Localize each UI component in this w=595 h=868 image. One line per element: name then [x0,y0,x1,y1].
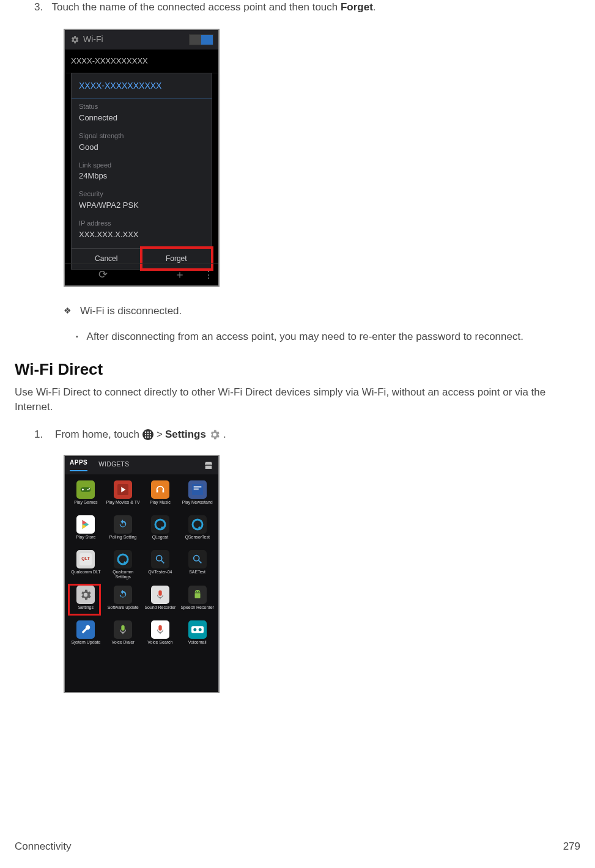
step-1-text-a: From home, touch [55,427,139,443]
overflow-menu-icon[interactable]: ⋮ [204,264,213,286]
wifi-field-ip: IP address XXX.XXX.X.XXX [72,215,212,245]
step-3-text-a: Touch the name of the connected access p… [51,1,341,13]
app-drawer-screenshot: APPS WIDGETS Play GamesPlay Movies & TVP… [64,455,220,693]
app-icon [76,586,95,604]
app-voice-search[interactable]: Voice Search [143,619,178,652]
play-store-shop-icon[interactable] [204,461,213,469]
svg-rect-15 [193,486,201,487]
app-icon [151,620,169,639]
app-label: System Update [71,640,100,645]
app-play-games[interactable]: Play Games [68,479,103,512]
app-icon [114,515,132,534]
square-bullet-icon: ▪ [76,329,78,345]
result-bullet: ❖ Wi-Fi is disconnected. [64,304,580,319]
app-voice-dialer[interactable]: Voice Dialer [106,619,141,652]
app-label: Voicemail [188,640,207,645]
svg-point-6 [145,436,146,438]
app-icon [188,515,207,534]
app-icon [188,480,207,499]
svg-point-30 [193,556,199,561]
app-saetest[interactable]: SAETest [180,549,215,581]
tab-widgets[interactable]: WIDGETS [98,460,129,469]
app-icon: QLT [76,550,95,568]
diamond-bullet-icon: ❖ [64,304,72,319]
app-label: SAETest [189,570,205,575]
app-settings[interactable]: Settings [68,584,103,617]
app-label: Sound Recorder [144,605,176,610]
wifi-bottom-bar: ⟳ ＋ ⋮ [65,263,218,285]
svg-line-31 [198,561,201,564]
app-speech-recorder[interactable]: Speech Recorder [180,584,215,617]
step-1: 1. From home, touch > Settings . [34,427,580,443]
wifi-direct-heading: Wi-Fi Direct [15,358,580,381]
step-1-period: . [223,427,226,443]
wifi-topbar: Wi-Fi [65,30,218,50]
app-play-movies-tv[interactable]: Play Movies & TV [106,479,141,512]
result-text: Wi-Fi is disconnected. [80,304,182,319]
app-icon [114,480,132,499]
svg-point-22 [193,520,202,529]
app-label: Voice Dialer [111,640,134,645]
settings-gear-icon [209,428,221,441]
wifi-field-signal: Signal strength Good [72,128,212,157]
svg-point-35 [198,590,199,591]
app-icon [114,620,132,639]
svg-rect-32 [158,590,161,595]
svg-point-20 [155,520,165,529]
svg-rect-37 [158,625,161,631]
app-label: Settings [78,605,94,610]
wifi-value-ip: XXX.XXX.X.XXX [79,229,204,241]
app-label: Play Games [74,500,97,505]
wifi-value-status: Connected [79,112,204,124]
app-qualcomm-dlt[interactable]: QLTQualcomm DLT [68,549,103,581]
app-qvtester-04[interactable]: QVTester-04 [143,549,178,581]
app-qlogcat[interactable]: QLogcat [143,514,178,546]
app-label: QSensorTest [185,535,209,540]
app-play-newsstand[interactable]: Play Newsstand [180,479,215,512]
wifi-label-status: Status [79,102,204,112]
app-polling-setting[interactable]: Polling Setting [106,514,141,546]
svg-point-2 [150,432,151,433]
svg-point-4 [147,434,149,435]
app-qualcomm-settings[interactable]: Qualcomm Settings [106,549,141,581]
app-icon [151,515,169,534]
app-label: Software update [108,605,139,610]
app-qsensortest[interactable]: QSensorTest [180,514,215,546]
step-1-gt: > [157,427,163,443]
svg-point-28 [157,556,162,561]
app-label: Play Movies & TV [106,500,140,505]
app-label: Speech Recorder [180,605,213,610]
svg-text:QLT: QLT [82,556,91,561]
tab-apps[interactable]: APPS [70,458,87,471]
note-text: After disconnecting from an access point… [87,329,523,345]
app-sound-recorder[interactable]: Sound Recorder [143,584,178,617]
app-voicemail[interactable]: Voicemail [180,619,215,652]
wifi-settings-screenshot: Wi-Fi XXXX-XXXXXXXXXX XXXX-XXXXXXXXXX St… [64,29,220,287]
wifi-label-ip: IP address [79,219,204,229]
svg-point-40 [198,628,201,631]
app-play-store[interactable]: Play Store [68,514,103,546]
app-icon [151,480,169,499]
footer-section-name: Connectivity [15,839,72,855]
svg-line-29 [161,561,164,564]
app-software-update[interactable]: Software update [106,584,141,617]
step-3-number: 3. [34,0,49,15]
svg-rect-33 [194,593,200,598]
svg-point-39 [193,628,196,631]
wifi-network-row[interactable]: XXXX-XXXXXXXXXX [65,50,218,74]
app-grid: Play GamesPlay Movies & TVPlay MusicPlay… [68,479,215,687]
wifi-field-security: Security WPA/WPA2 PSK [72,186,212,215]
app-play-music[interactable]: Play Music [143,479,178,512]
wifi-field-status: Status Connected [72,98,212,128]
svg-point-11 [89,488,90,489]
add-network-icon[interactable]: ＋ [174,267,185,282]
svg-point-3 [145,434,146,435]
app-label: Qualcomm DLT [71,570,101,575]
app-label: Play Store [76,535,95,540]
wifi-value-speed: 24Mbps [79,171,204,182]
wifi-toggle-on[interactable] [189,34,213,45]
wifi-field-speed: Link speed 24Mbps [72,157,212,186]
svg-point-0 [145,432,146,433]
refresh-icon[interactable]: ⟳ [98,267,108,282]
app-system-update[interactable]: System Update [68,619,103,652]
